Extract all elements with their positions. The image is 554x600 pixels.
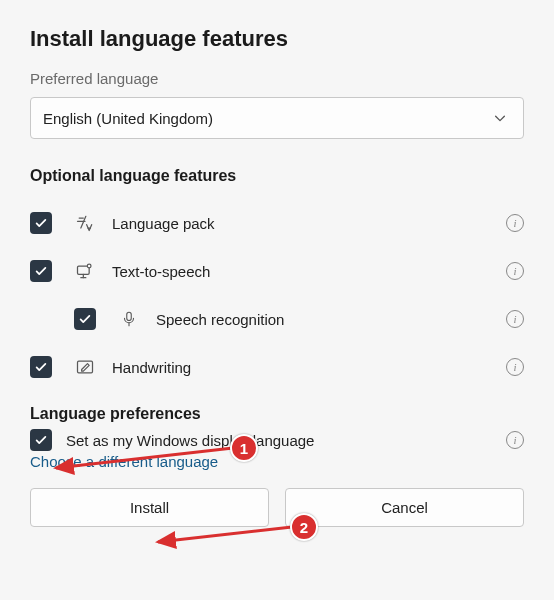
language-dropdown[interactable]: English (United Kingdom) (30, 97, 524, 139)
language-pack-icon (74, 212, 96, 234)
page-title: Install language features (30, 26, 524, 52)
handwriting-icon (74, 356, 96, 378)
feature-label: Handwriting (112, 359, 506, 376)
annotation-arrow-1 (48, 442, 248, 482)
annotation-badge-2: 2 (290, 513, 318, 541)
feature-row-handwriting: Handwriting i (30, 343, 524, 391)
svg-line-4 (56, 448, 233, 468)
language-preferences-heading: Language preferences (30, 405, 524, 423)
cancel-button[interactable]: Cancel (285, 488, 524, 527)
feature-row-language-pack: Language pack i (30, 199, 524, 247)
feature-row-tts: Text-to-speech i (30, 247, 524, 295)
info-icon[interactable]: i (506, 358, 524, 376)
annotation-badge-1: 1 (230, 434, 258, 462)
feature-label: Text-to-speech (112, 263, 506, 280)
language-dropdown-value: English (United Kingdom) (43, 110, 213, 127)
info-icon[interactable]: i (506, 310, 524, 328)
checkbox-tts[interactable] (30, 260, 52, 282)
checkbox-speech[interactable] (74, 308, 96, 330)
feature-label: Language pack (112, 215, 506, 232)
annotation-arrow-2 (150, 522, 310, 552)
svg-point-1 (87, 264, 91, 268)
info-icon[interactable]: i (506, 262, 524, 280)
preferred-language-label: Preferred language (30, 70, 524, 87)
optional-features-heading: Optional language features (30, 167, 524, 185)
info-icon[interactable]: i (506, 214, 524, 232)
microphone-icon (118, 308, 140, 330)
svg-line-5 (158, 527, 292, 542)
chevron-down-icon (489, 107, 511, 129)
feature-label: Speech recognition (156, 311, 506, 328)
info-icon[interactable]: i (506, 431, 524, 449)
tts-icon (74, 260, 96, 282)
feature-row-speech: Speech recognition i (30, 295, 524, 343)
checkbox-language-pack[interactable] (30, 212, 52, 234)
svg-rect-2 (127, 312, 132, 320)
checkbox-handwriting[interactable] (30, 356, 52, 378)
